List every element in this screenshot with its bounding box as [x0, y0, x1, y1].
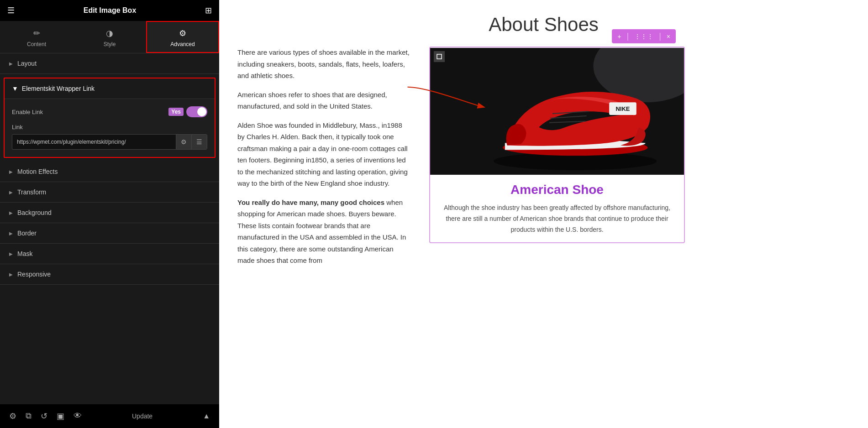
image-box-container: + | ⋮⋮⋮ | × — [429, 47, 685, 274]
widget-close-btn[interactable]: × — [666, 32, 671, 41]
section-border[interactable]: ▶ Border — [0, 223, 219, 244]
link-field-group: Link ⚙ ☰ — [12, 124, 207, 150]
bold-text: You really do have many, many good choic… — [237, 198, 384, 206]
section-motion-effects[interactable]: ▶ Motion Effects — [0, 162, 219, 182]
update-button[interactable]: Update — [125, 410, 160, 423]
section-layout-label: Layout — [17, 60, 37, 67]
toggle-knob — [197, 107, 206, 116]
section-background-label: Background — [17, 209, 52, 216]
enable-link-toggle[interactable] — [186, 106, 207, 117]
layers-toolbar-icon[interactable]: ⧉ — [26, 411, 32, 421]
wrapper-link-section: ▼ Elementskit Wrapper Link Enable Link Y… — [4, 78, 216, 158]
tabs-bar: ✏ Content ◑ Style ⚙ Advanced — [0, 21, 219, 53]
widget-toolbar-divider-2: | — [659, 31, 661, 41]
link-list-btn[interactable]: ☰ — [191, 135, 207, 149]
paragraph-2: American shoes refer to shoes that are d… — [237, 89, 411, 112]
history-toolbar-icon[interactable]: ↺ — [41, 411, 47, 421]
section-mask[interactable]: ▶ Mask — [0, 244, 219, 264]
paragraph-4: You really do have many, many good choic… — [237, 197, 411, 266]
responsive-toolbar-icon[interactable]: ▣ — [57, 411, 64, 421]
pencil-icon: ✏ — [33, 28, 40, 38]
content-layout: There are various types of shoes availab… — [237, 47, 850, 274]
toolbar-icons-group: ⚙ ⧉ ↺ ▣ 👁 — [9, 411, 82, 421]
gear-icon: ⚙ — [179, 28, 186, 38]
wrapper-link-arrow-icon: ▼ — [12, 85, 18, 92]
enable-link-row: Enable Link Yes — [12, 106, 207, 117]
svg-rect-1 — [437, 54, 442, 59]
half-circle-icon: ◑ — [106, 28, 113, 38]
motion-arrow-icon: ▶ — [9, 169, 13, 174]
section-layout[interactable]: ▶ Layout — [0, 53, 219, 74]
panel-content: ▶ Layout ▼ Elementskit Wrapper Link Enab… — [0, 53, 219, 404]
mask-arrow-icon: ▶ — [9, 251, 13, 256]
section-motion-label: Motion Effects — [17, 168, 58, 175]
widget-move-btn[interactable]: ⋮⋮⋮ — [633, 32, 654, 41]
wrapper-link-header[interactable]: ▼ Elementskit Wrapper Link — [5, 78, 215, 99]
panel-header: ☰ Edit Image Box ⊞ — [0, 0, 219, 21]
resize-handle[interactable] — [434, 51, 445, 62]
tab-advanced-label: Advanced — [170, 41, 195, 47]
shoe-image-svg: NIKE — [430, 47, 684, 175]
tab-advanced[interactable]: ⚙ Advanced — [146, 21, 219, 53]
layout-arrow-icon: ▶ — [9, 61, 13, 66]
enable-link-label: Enable Link — [12, 109, 43, 115]
toggle-container: Yes — [168, 106, 207, 117]
tab-style[interactable]: ◑ Style — [73, 21, 146, 53]
right-content: About Shoes There are various types of s… — [219, 0, 868, 428]
transform-arrow-icon: ▶ — [9, 190, 13, 195]
responsive-arrow-icon: ▶ — [9, 272, 13, 277]
wrapper-link-body: Enable Link Yes Link ⚙ ☰ — [5, 99, 215, 157]
resize-icon — [437, 54, 442, 59]
left-panel: ☰ Edit Image Box ⊞ ✏ Content ◑ Style ⚙ A… — [0, 0, 219, 428]
tab-content-label: Content — [27, 41, 46, 47]
background-arrow-icon: ▶ — [9, 210, 13, 215]
paragraph-1: There are various types of shoes availab… — [237, 47, 411, 82]
section-border-label: Border — [17, 230, 37, 237]
section-transform[interactable]: ▶ Transform — [0, 182, 219, 203]
shoe-image-container: NIKE — [430, 47, 684, 175]
border-arrow-icon: ▶ — [9, 231, 13, 236]
wrapper-link-title: Elementskit Wrapper Link — [22, 85, 95, 92]
widget-add-btn[interactable]: + — [616, 32, 622, 41]
settings-toolbar-icon[interactable]: ⚙ — [9, 411, 16, 421]
panel-title: Edit Image Box — [15, 6, 205, 15]
page-title: About Shoes — [237, 14, 850, 36]
eye-toolbar-icon[interactable]: 👁 — [74, 411, 82, 421]
grid-icon[interactable]: ⊞ — [205, 5, 212, 16]
section-background[interactable]: ▶ Background — [0, 203, 219, 223]
image-box-description: Although the shoe industry has been grea… — [430, 203, 684, 235]
section-mask-label: Mask — [17, 250, 32, 257]
hamburger-icon[interactable]: ☰ — [7, 5, 15, 16]
paragraph-3: Alden Shoe was founded in Middlebury, Ma… — [237, 120, 411, 189]
collapse-icon[interactable]: ▲ — [203, 412, 210, 420]
image-box-title: American Shoe — [430, 183, 684, 197]
text-column: There are various types of shoes availab… — [237, 47, 411, 274]
widget-toolbar: + | ⋮⋮⋮ | × — [612, 29, 676, 43]
link-label: Link — [12, 124, 207, 130]
tab-content[interactable]: ✏ Content — [0, 21, 73, 53]
bottom-toolbar: ⚙ ⧉ ↺ ▣ 👁 Update ▲ — [0, 404, 219, 428]
link-input[interactable] — [12, 135, 176, 149]
tab-style-label: Style — [104, 41, 116, 47]
widget-toolbar-divider: | — [626, 31, 629, 41]
toggle-yes-label: Yes — [168, 108, 184, 116]
section-responsive[interactable]: ▶ Responsive — [0, 264, 219, 285]
link-input-row: ⚙ ☰ — [12, 134, 207, 150]
section-responsive-label: Responsive — [17, 271, 51, 278]
image-box-widget: NIKE American Shoe Although the shoe ind — [429, 47, 685, 243]
section-transform-label: Transform — [17, 188, 46, 196]
link-settings-btn[interactable]: ⚙ — [176, 135, 191, 149]
svg-text:NIKE: NIKE — [616, 105, 630, 112]
